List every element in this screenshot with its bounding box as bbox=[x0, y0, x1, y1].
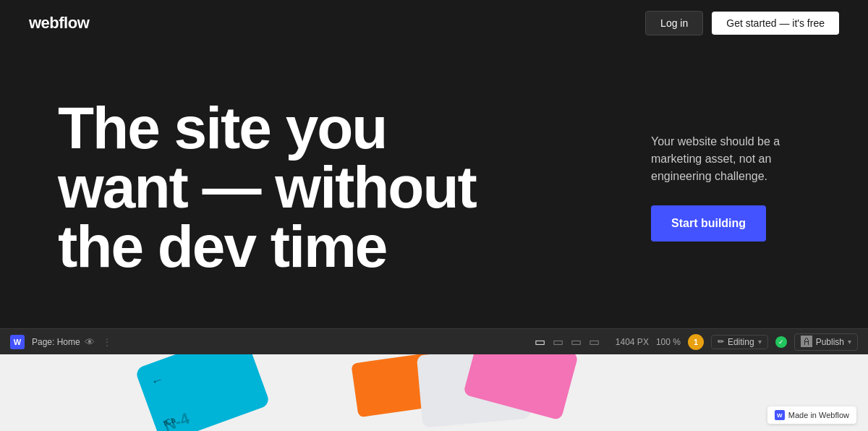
editing-mode-button[interactable]: ✏ Editing ▾ bbox=[711, 335, 768, 349]
hero-title-line1: The site you bbox=[58, 95, 386, 161]
pencil-icon: ✏ bbox=[718, 337, 724, 346]
person-icon: 🅰 bbox=[801, 336, 812, 349]
hero-title-line3: the dev time bbox=[58, 213, 386, 279]
editor-bar: W Page: Home 👁 ⋮ ▭ ▭ ▭ ▭ 1404 PX 100 % 1… bbox=[0, 328, 868, 354]
hero-left: The site you want — without the dev time bbox=[58, 98, 622, 276]
mobile-icon[interactable]: ▭ bbox=[589, 335, 600, 349]
card-arrow-icon: ← bbox=[148, 371, 166, 390]
hero-title-line2: want — without bbox=[58, 154, 476, 220]
user-avatar: 1 bbox=[688, 334, 704, 350]
webflow-small-logo: W bbox=[775, 410, 785, 420]
eye-icon[interactable]: 👁 bbox=[85, 336, 95, 348]
device-icons: ▭ ▭ ▭ ▭ bbox=[535, 335, 600, 349]
status-dot: ✓ bbox=[775, 336, 787, 348]
get-started-button[interactable]: Get started — it's free bbox=[712, 12, 839, 35]
start-building-button[interactable]: Start building bbox=[651, 205, 766, 242]
tablet-icon[interactable]: ▭ bbox=[553, 335, 563, 349]
chevron-down-icon: ▾ bbox=[758, 338, 762, 346]
logo: webflow bbox=[29, 14, 89, 33]
made-in-webflow-badge[interactable]: W Made in Webflow bbox=[767, 406, 856, 424]
made-in-webflow-label: Made in Webflow bbox=[788, 411, 849, 419]
canvas-size: 1404 PX 100 % bbox=[616, 337, 681, 347]
page-label: Page: Home bbox=[32, 337, 80, 347]
hero-section: The site you want — without the dev time… bbox=[0, 46, 868, 328]
canvas-area: ← N-4 tCa W Made in Webflow bbox=[0, 354, 868, 431]
editing-label: Editing bbox=[728, 337, 754, 347]
hero-right: Your website should be a marketing asset… bbox=[622, 133, 810, 242]
hero-subtitle: Your website should be a marketing asset… bbox=[651, 133, 810, 185]
login-button[interactable]: Log in bbox=[645, 11, 703, 35]
editor-logo-icon: W bbox=[10, 335, 25, 349]
separator: ⋮ bbox=[102, 336, 112, 348]
editor-page-info: Page: Home 👁 bbox=[32, 336, 95, 348]
nav-buttons: Log in Get started — it's free bbox=[645, 11, 839, 35]
desktop-icon[interactable]: ▭ bbox=[535, 335, 545, 349]
publish-chevron-icon: ▾ bbox=[848, 338, 851, 346]
publish-label: Publish bbox=[816, 337, 844, 347]
publish-button[interactable]: 🅰 Publish ▾ bbox=[794, 333, 858, 351]
landscape-icon[interactable]: ▭ bbox=[571, 335, 582, 349]
editor-right-controls: 1 ✏ Editing ▾ ✓ 🅰 Publish ▾ bbox=[688, 333, 858, 351]
navbar: webflow Log in Get started — it's free bbox=[0, 0, 868, 46]
hero-title: The site you want — without the dev time bbox=[58, 98, 622, 276]
card-blue: ← N-4 tCa bbox=[135, 354, 271, 431]
